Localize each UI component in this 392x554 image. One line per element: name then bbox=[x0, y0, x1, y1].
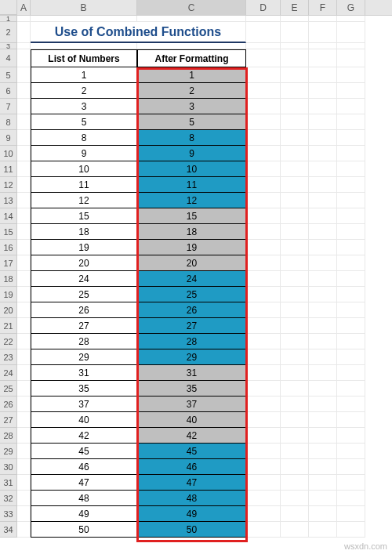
cell[interactable] bbox=[17, 444, 31, 459]
row-header[interactable]: 7 bbox=[0, 99, 17, 114]
list-number-cell[interactable]: 5 bbox=[31, 114, 137, 130]
cell[interactable] bbox=[337, 49, 365, 67]
cell[interactable] bbox=[309, 255, 337, 271]
cell[interactable] bbox=[337, 491, 365, 506]
col-header-f[interactable]: F bbox=[309, 0, 337, 15]
formatted-cell[interactable]: 40 bbox=[137, 412, 246, 428]
cell[interactable] bbox=[246, 444, 281, 459]
list-number-cell[interactable]: 40 bbox=[31, 412, 137, 428]
cell[interactable] bbox=[137, 43, 246, 49]
cell[interactable] bbox=[17, 412, 31, 428]
cell[interactable] bbox=[309, 99, 337, 114]
cell[interactable] bbox=[337, 67, 365, 83]
row-header[interactable]: 3 bbox=[0, 43, 17, 49]
cell[interactable] bbox=[337, 224, 365, 240]
list-number-cell[interactable]: 37 bbox=[31, 396, 137, 412]
cell[interactable] bbox=[17, 506, 31, 522]
cell[interactable] bbox=[309, 83, 337, 99]
cell[interactable] bbox=[309, 177, 337, 193]
cell[interactable] bbox=[17, 114, 31, 130]
row-header[interactable]: 34 bbox=[0, 522, 17, 538]
list-number-cell[interactable]: 9 bbox=[31, 146, 137, 161]
cell[interactable] bbox=[337, 240, 365, 255]
cell[interactable] bbox=[246, 49, 281, 67]
cell[interactable] bbox=[281, 287, 309, 302]
cell[interactable] bbox=[337, 193, 365, 208]
cell[interactable] bbox=[17, 43, 31, 49]
cell[interactable] bbox=[337, 177, 365, 193]
formatted-cell[interactable]: 11 bbox=[137, 177, 246, 193]
cell[interactable] bbox=[309, 318, 337, 334]
formatted-cell[interactable]: 8 bbox=[137, 130, 246, 146]
cell[interactable] bbox=[281, 444, 309, 459]
cell[interactable] bbox=[246, 161, 281, 177]
cell[interactable] bbox=[17, 22, 31, 43]
cell[interactable] bbox=[246, 506, 281, 522]
cell[interactable] bbox=[309, 271, 337, 287]
cell[interactable] bbox=[309, 240, 337, 255]
cell[interactable] bbox=[246, 193, 281, 208]
cell[interactable] bbox=[309, 193, 337, 208]
col-header-a[interactable]: A bbox=[17, 0, 31, 15]
cell[interactable] bbox=[246, 67, 281, 83]
list-number-cell[interactable]: 35 bbox=[31, 381, 137, 396]
cell[interactable] bbox=[309, 67, 337, 83]
list-number-cell[interactable]: 19 bbox=[31, 240, 137, 255]
col-header-g[interactable]: G bbox=[337, 0, 365, 15]
cell[interactable] bbox=[246, 146, 281, 161]
cell[interactable] bbox=[337, 428, 365, 444]
cell[interactable] bbox=[337, 287, 365, 302]
cell[interactable] bbox=[309, 22, 337, 43]
row-header[interactable]: 22 bbox=[0, 334, 17, 349]
row-header[interactable]: 12 bbox=[0, 177, 17, 193]
cell[interactable] bbox=[281, 428, 309, 444]
row-header[interactable]: 18 bbox=[0, 271, 17, 287]
formatted-cell[interactable]: 48 bbox=[137, 491, 246, 506]
cell[interactable] bbox=[17, 83, 31, 99]
list-number-cell[interactable]: 18 bbox=[31, 224, 137, 240]
cell[interactable] bbox=[246, 428, 281, 444]
cell[interactable] bbox=[246, 240, 281, 255]
row-header[interactable]: 30 bbox=[0, 459, 17, 475]
cell[interactable] bbox=[337, 99, 365, 114]
cell[interactable] bbox=[337, 271, 365, 287]
formatted-cell[interactable]: 25 bbox=[137, 287, 246, 302]
formatted-cell[interactable]: 26 bbox=[137, 302, 246, 318]
cell[interactable] bbox=[309, 302, 337, 318]
formatted-cell[interactable]: 15 bbox=[137, 208, 246, 224]
row-header[interactable]: 15 bbox=[0, 224, 17, 240]
cell[interactable] bbox=[17, 177, 31, 193]
col-header-c[interactable]: C bbox=[137, 0, 246, 15]
list-number-cell[interactable]: 29 bbox=[31, 349, 137, 365]
row-header[interactable]: 9 bbox=[0, 130, 17, 146]
cell[interactable] bbox=[17, 349, 31, 365]
cell[interactable] bbox=[309, 412, 337, 428]
list-number-cell[interactable]: 42 bbox=[31, 428, 137, 444]
cell[interactable] bbox=[17, 16, 31, 22]
cell[interactable] bbox=[246, 287, 281, 302]
row-header[interactable]: 2 bbox=[0, 22, 17, 43]
cell[interactable] bbox=[17, 381, 31, 396]
formatted-cell[interactable]: 12 bbox=[137, 193, 246, 208]
list-number-cell[interactable]: 12 bbox=[31, 193, 137, 208]
row-header[interactable]: 14 bbox=[0, 208, 17, 224]
cell[interactable] bbox=[309, 459, 337, 475]
formatted-cell[interactable]: 9 bbox=[137, 146, 246, 161]
cell[interactable] bbox=[281, 83, 309, 99]
cell[interactable] bbox=[309, 43, 337, 49]
row-header[interactable]: 19 bbox=[0, 287, 17, 302]
cell[interactable] bbox=[281, 177, 309, 193]
cell[interactable] bbox=[309, 161, 337, 177]
cell[interactable] bbox=[281, 240, 309, 255]
cell[interactable] bbox=[246, 130, 281, 146]
cell[interactable] bbox=[281, 522, 309, 538]
cell[interactable] bbox=[337, 16, 365, 22]
formatted-cell[interactable]: 37 bbox=[137, 396, 246, 412]
cell[interactable] bbox=[309, 475, 337, 491]
cell[interactable] bbox=[337, 506, 365, 522]
cell[interactable] bbox=[309, 287, 337, 302]
cell[interactable] bbox=[281, 255, 309, 271]
cell[interactable] bbox=[31, 43, 137, 49]
cell[interactable] bbox=[309, 365, 337, 381]
list-number-cell[interactable]: 28 bbox=[31, 334, 137, 349]
